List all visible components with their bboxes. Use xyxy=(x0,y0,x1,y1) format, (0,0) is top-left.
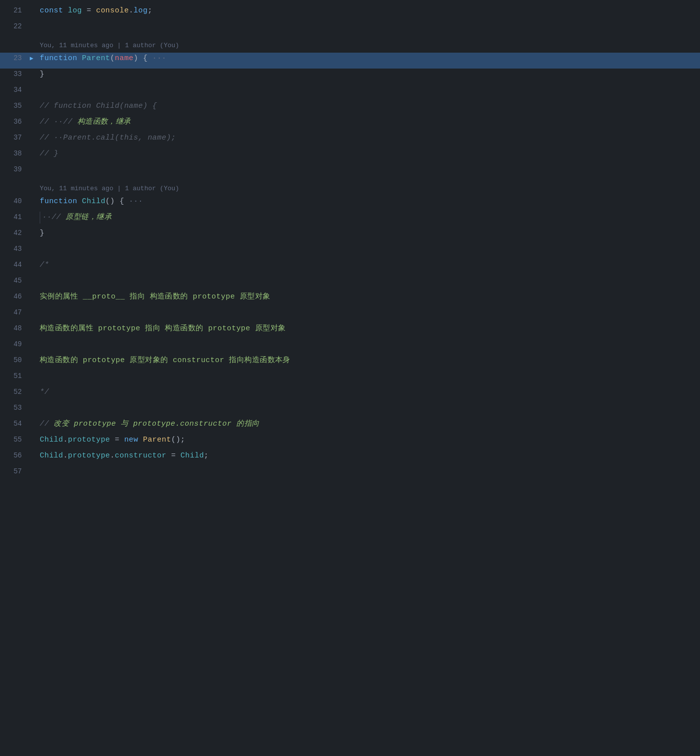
fold-arrow-42 xyxy=(30,229,40,238)
line-number-36: 36 xyxy=(0,116,30,127)
code-line-33: 33 } xyxy=(0,69,700,84)
git-blame-40: You, 11 minutes ago | 1 author (You) xyxy=(0,182,700,196)
git-blame-23: You, 11 minutes ago | 1 author (You) xyxy=(0,39,700,53)
fold-arrow-55 xyxy=(30,436,40,445)
fold-arrow-46 xyxy=(30,293,40,302)
code-content-54: // 改变 prototype 与 prototype.constructor … xyxy=(40,418,700,430)
fold-arrow-45 xyxy=(30,277,40,286)
line-number-22: 22 xyxy=(0,21,30,32)
code-line-42: 42 } xyxy=(0,227,700,243)
code-content-52: */ xyxy=(40,386,700,398)
code-line-44: 44 /* xyxy=(0,259,700,275)
line-number-39: 39 xyxy=(0,164,30,175)
code-line-46: 46 实例的属性 __proto__ 指向 构造函数的 prototype 原型… xyxy=(0,291,700,307)
fold-arrow-52 xyxy=(30,388,40,397)
fold-arrow-34 xyxy=(30,86,40,95)
code-content-40: function Child() { ··· xyxy=(40,196,700,208)
code-line-51: 51 xyxy=(0,371,700,386)
code-line-36: 36 // ··// 构造函数，继承 xyxy=(0,116,700,132)
code-line-39: 39 xyxy=(0,164,700,180)
code-line-41: 41 ··// 原型链，继承 xyxy=(0,212,700,227)
line-number-47: 47 xyxy=(0,307,30,318)
code-line-45: 45 xyxy=(0,275,700,291)
code-line-21: 21 const log = console.log; xyxy=(0,5,700,21)
code-line-35: 35 // function Child(name) { xyxy=(0,100,700,116)
code-content-55: Child.prototype = new Parent(); xyxy=(40,434,700,446)
code-content-38: // } xyxy=(40,148,700,160)
code-content-23: function Parent(name) { ··· xyxy=(40,53,700,65)
line-number-49: 49 xyxy=(0,339,30,350)
code-content-36: // ··// 构造函数，继承 xyxy=(40,116,700,128)
fold-arrow-38 xyxy=(30,150,40,159)
line-number-34: 34 xyxy=(0,84,30,95)
fold-arrow-33 xyxy=(30,70,40,79)
line-number-57: 57 xyxy=(0,466,30,477)
line-number-40: 40 xyxy=(0,196,30,207)
fold-arrow-44 xyxy=(30,261,40,270)
fold-arrow-22 xyxy=(30,22,40,32)
line-number-53: 53 xyxy=(0,402,30,413)
code-content-41: ··// 原型链，继承 xyxy=(40,212,700,224)
code-line-37: 37 // ··Parent.call(this, name); xyxy=(0,132,700,148)
code-content-48: 构造函数的属性 prototype 指向 构造函数的 prototype 原型对… xyxy=(40,323,700,335)
fold-arrow-49 xyxy=(30,340,40,350)
fold-arrow-57 xyxy=(30,467,40,477)
code-line-50: 50 构造函数的 prototype 原型对象的 constructor 指向构… xyxy=(0,355,700,371)
line-number-45: 45 xyxy=(0,275,30,286)
line-number-43: 43 xyxy=(0,243,30,254)
fold-arrow-47 xyxy=(30,308,40,318)
line-number-38: 38 xyxy=(0,148,30,159)
fold-arrow-56 xyxy=(30,452,40,461)
line-number-55: 55 xyxy=(0,434,30,445)
fold-arrow-36 xyxy=(30,118,40,127)
code-content-44: /* xyxy=(40,259,700,271)
code-content-50: 构造函数的 prototype 原型对象的 constructor 指向构造函数… xyxy=(40,355,700,367)
line-number-50: 50 xyxy=(0,355,30,366)
fold-arrow-37 xyxy=(30,134,40,143)
fold-arrow-50 xyxy=(30,356,40,366)
code-content-21: const log = console.log; xyxy=(40,5,700,17)
code-line-34: 34 xyxy=(0,84,700,100)
code-line-54: 54 // 改变 prototype 与 prototype.construct… xyxy=(0,418,700,434)
fold-arrow-39 xyxy=(30,165,40,175)
code-line-53: 53 xyxy=(0,402,700,418)
line-number-33: 33 xyxy=(0,69,30,79)
fold-arrow-41 xyxy=(30,213,40,223)
line-number-48: 48 xyxy=(0,323,30,334)
line-number-54: 54 xyxy=(0,418,30,429)
line-number-42: 42 xyxy=(0,227,30,238)
fold-arrow-40 xyxy=(30,197,40,207)
code-line-55: 55 Child.prototype = new Parent(); xyxy=(0,434,700,450)
line-number-52: 52 xyxy=(0,386,30,397)
code-content-35: // function Child(name) { xyxy=(40,100,700,112)
line-number-21: 21 xyxy=(0,5,30,16)
line-number-44: 44 xyxy=(0,259,30,270)
code-content-42: } xyxy=(40,227,700,239)
code-content-37: // ··Parent.call(this, name); xyxy=(40,132,700,144)
code-line-23: 23 ▶ function Parent(name) { ··· xyxy=(0,53,700,69)
line-number-23: 23 xyxy=(0,53,30,64)
code-line-52: 52 */ xyxy=(0,386,700,402)
line-number-37: 37 xyxy=(0,132,30,143)
code-content-46: 实例的属性 __proto__ 指向 构造函数的 prototype 原型对象 xyxy=(40,291,700,303)
code-line-49: 49 xyxy=(0,339,700,355)
fold-arrow-54 xyxy=(30,420,40,429)
code-line-57: 57 xyxy=(0,466,700,482)
fold-arrow-53 xyxy=(30,404,40,413)
fold-arrow-48 xyxy=(30,324,40,334)
code-editor: 21 const log = console.log; 22 You, 11 m… xyxy=(0,0,700,756)
line-number-41: 41 xyxy=(0,212,30,223)
code-content-56: Child.prototype.constructor = Child; xyxy=(40,450,700,462)
code-line-40: 40 function Child() { ··· xyxy=(0,196,700,212)
fold-arrow-21 xyxy=(30,6,40,16)
code-line-56: 56 Child.prototype.constructor = Child; xyxy=(0,450,700,466)
code-line-43: 43 xyxy=(0,243,700,259)
code-line-38: 38 // } xyxy=(0,148,700,164)
line-number-56: 56 xyxy=(0,450,30,461)
code-line-47: 47 xyxy=(0,307,700,323)
line-number-46: 46 xyxy=(0,291,30,302)
fold-arrow-23[interactable]: ▶ xyxy=(30,54,40,64)
code-line-22: 22 xyxy=(0,21,700,37)
line-number-51: 51 xyxy=(0,371,30,381)
line-number-35: 35 xyxy=(0,100,30,111)
